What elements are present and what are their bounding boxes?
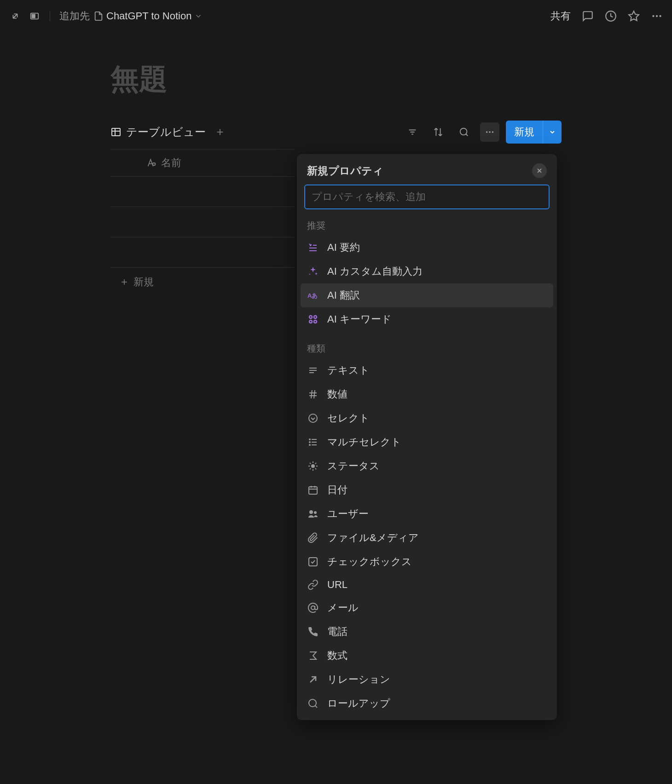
property-relation[interactable]: リレーション	[301, 668, 553, 692]
table-icon	[110, 127, 122, 138]
formula-icon	[307, 650, 319, 662]
share-button[interactable]: 共有	[550, 9, 571, 23]
add-row-button[interactable]: 新規	[110, 268, 295, 296]
peek-mode-icon[interactable]	[29, 10, 41, 22]
sort-button[interactable]	[429, 122, 448, 142]
property-select[interactable]: セレクト	[301, 406, 553, 430]
property-label: マルチセレクト	[327, 435, 401, 449]
property-label: セレクト	[327, 411, 370, 425]
phone-icon	[307, 626, 319, 638]
property-ai-translate[interactable]: Aあ AI 翻訳	[301, 283, 553, 307]
expand-icon[interactable]	[9, 10, 21, 22]
view-tab-label: テーブルビュー	[126, 125, 206, 139]
property-url[interactable]: URL	[301, 574, 553, 596]
svg-rect-55	[309, 487, 317, 494]
comments-icon[interactable]	[582, 10, 594, 22]
property-formula[interactable]: 数式	[301, 644, 553, 668]
plus-icon	[215, 127, 225, 137]
ai-keywords-icon	[307, 313, 319, 325]
property-rollup[interactable]: ロールアップ	[301, 692, 553, 715]
topbar-right: 共有	[550, 9, 663, 23]
property-person[interactable]: ユーザー	[301, 502, 553, 526]
section-recommended: 推奨	[301, 216, 553, 236]
page-title[interactable]: 無題	[110, 60, 562, 98]
property-text[interactable]: テキスト	[301, 358, 553, 382]
svg-rect-61	[309, 558, 317, 566]
property-label: ステータス	[327, 459, 380, 473]
db-more-button[interactable]	[480, 122, 499, 142]
property-label: AI 要約	[327, 241, 360, 254]
property-search-input[interactable]	[304, 184, 550, 209]
svg-point-6	[659, 15, 661, 17]
topbar: 追加先 ChatGPT to Notion 共有	[0, 0, 672, 32]
history-icon[interactable]	[605, 10, 617, 22]
property-number[interactable]: 数値	[301, 382, 553, 406]
property-email[interactable]: メール	[301, 596, 553, 620]
new-dropdown-button[interactable]	[543, 121, 562, 144]
new-button[interactable]: 新規	[506, 121, 543, 144]
svg-point-4	[652, 15, 654, 17]
column-name-label: 名前	[161, 156, 181, 170]
property-checkbox[interactable]: チェックボックス	[301, 550, 553, 574]
search-icon	[459, 127, 469, 137]
new-property-popover: 新規プロパティ 推奨 AI 要約 AI カスタム自動入力 Aあ AI 翻訳 AI…	[297, 154, 557, 720]
ai-summary-icon	[307, 242, 319, 254]
svg-point-59	[309, 510, 313, 514]
filter-button[interactable]	[403, 122, 422, 142]
svg-rect-1	[32, 14, 35, 17]
svg-point-18	[489, 131, 491, 133]
relation-icon	[307, 674, 319, 686]
svg-point-17	[486, 131, 488, 133]
svg-point-60	[314, 511, 317, 514]
database-actions: 新規	[403, 121, 562, 144]
close-button[interactable]	[532, 163, 547, 178]
svg-point-64	[309, 699, 316, 707]
multiselect-icon	[307, 436, 319, 448]
property-label: URL	[327, 579, 348, 591]
search-button[interactable]	[454, 122, 474, 142]
property-ai-summary[interactable]: AI 要約	[301, 236, 553, 259]
property-date[interactable]: 日付	[301, 478, 553, 502]
database-header: テーブルビュー 新規	[110, 121, 562, 149]
topbar-left: 追加先 ChatGPT to Notion	[9, 9, 203, 23]
property-label: 電話	[327, 625, 348, 639]
breadcrumb-page-title: ChatGPT to Notion	[106, 10, 191, 22]
new-button-group: 新規	[506, 121, 562, 144]
svg-line-38	[314, 390, 315, 398]
property-label: ファイル&メディア	[327, 531, 419, 545]
svg-point-30	[309, 320, 312, 323]
number-icon	[307, 388, 319, 400]
breadcrumb-add-to[interactable]: 追加先	[59, 9, 90, 23]
table-row[interactable]	[110, 207, 295, 237]
property-multiselect[interactable]: マルチセレクト	[301, 430, 553, 454]
svg-point-39	[309, 414, 317, 422]
property-label: ユーザー	[327, 507, 369, 521]
property-status[interactable]: ステータス	[301, 454, 553, 478]
property-phone[interactable]: 電話	[301, 620, 553, 644]
favorite-icon[interactable]	[628, 10, 640, 22]
ai-translate-icon: Aあ	[307, 289, 319, 301]
property-ai-autofill[interactable]: AI カスタム自動入力	[301, 259, 553, 283]
column-header-name[interactable]: 名前	[110, 150, 295, 177]
property-label: 数値	[327, 387, 348, 401]
table-row[interactable]	[110, 177, 295, 207]
svg-line-65	[315, 706, 317, 708]
more-icon[interactable]	[651, 10, 663, 22]
property-label: テキスト	[327, 363, 370, 377]
property-ai-keywords[interactable]: AI キーワード	[301, 307, 553, 331]
add-view-button[interactable]	[213, 125, 227, 139]
breadcrumb-page[interactable]: ChatGPT to Notion	[93, 10, 203, 22]
svg-line-53	[310, 468, 311, 469]
rollup-icon	[307, 698, 319, 709]
svg-marker-3	[629, 11, 639, 21]
date-icon	[307, 484, 319, 496]
view-tab-table[interactable]: テーブルビュー	[110, 125, 206, 139]
property-files[interactable]: ファイル&メディア	[301, 526, 553, 550]
chevron-down-icon	[194, 12, 203, 20]
at-icon	[307, 602, 319, 614]
table-row[interactable]	[110, 237, 295, 268]
add-row-label: 新規	[133, 275, 154, 289]
property-label: 日付	[327, 483, 348, 497]
status-icon	[307, 460, 319, 472]
select-icon	[307, 412, 319, 424]
